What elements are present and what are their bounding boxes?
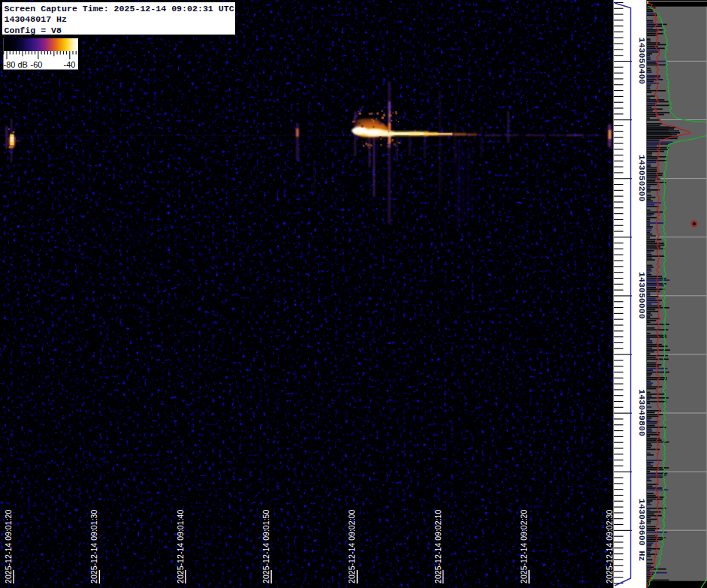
svg-text:Screen Capture Time: 2025-12-1: Screen Capture Time: 2025-12-14 09:02:31… <box>5 4 234 14</box>
svg-text:2025-12-14 09:02:20: 2025-12-14 09:02:20 <box>519 510 528 583</box>
svg-text:143049600 Hz: 143049600 Hz <box>637 499 647 562</box>
svg-text:143050000: 143050000 <box>637 272 647 319</box>
svg-text:2025-12-14 09:01:40: 2025-12-14 09:01:40 <box>176 510 185 583</box>
svg-text:143049800: 143049800 <box>637 389 647 436</box>
svg-text:-80 dB: -80 dB <box>4 60 28 69</box>
svg-text:2025-12-14 09:01:20: 2025-12-14 09:01:20 <box>4 510 13 583</box>
svg-text:2025-12-14 09:02:30: 2025-12-14 09:02:30 <box>605 510 614 583</box>
svg-text:-40: -40 <box>64 60 76 69</box>
svg-text:2025-12-14 09:01:50: 2025-12-14 09:01:50 <box>261 510 270 583</box>
svg-text:2025-12-14 09:02:00: 2025-12-14 09:02:00 <box>347 510 356 583</box>
svg-text:143050200: 143050200 <box>637 155 647 202</box>
svg-text:143050400: 143050400 <box>637 38 647 85</box>
svg-text:Config = V8: Config = V8 <box>5 26 62 35</box>
svg-text:-60: -60 <box>31 60 43 69</box>
svg-text:2025-12-14 09:02:10: 2025-12-14 09:02:10 <box>434 510 443 583</box>
svg-text:143048017 Hz: 143048017 Hz <box>5 14 68 24</box>
svg-text:2025-12-14 09:01:30: 2025-12-14 09:01:30 <box>89 510 98 583</box>
